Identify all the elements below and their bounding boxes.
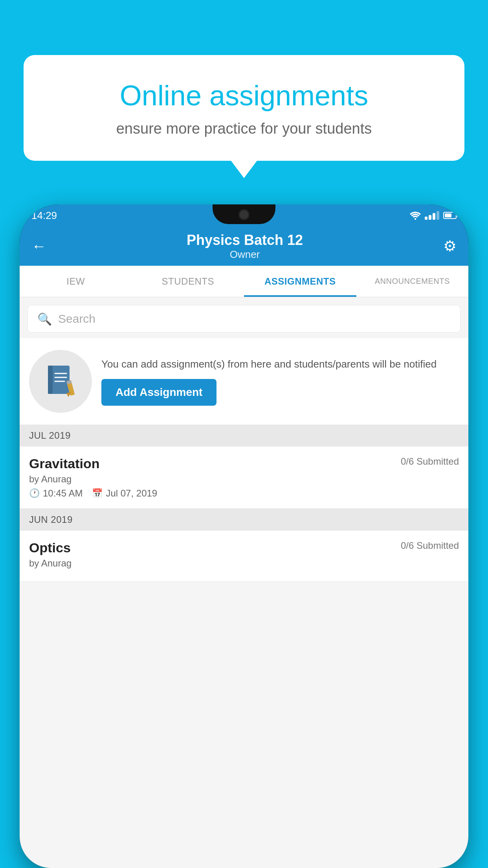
front-camera <box>238 209 250 220</box>
assignment-optics[interactable]: Optics 0/6 Submitted by Anurag <box>20 531 468 582</box>
status-icons <box>410 211 457 220</box>
speech-bubble-container: Online assignments ensure more practice … <box>24 55 464 161</box>
assignment-author-optics: by Anurag <box>29 558 459 569</box>
settings-icon[interactable]: ⚙ <box>443 237 457 255</box>
battery-fill <box>445 213 451 217</box>
add-assignment-button[interactable]: Add Assignment <box>101 379 216 406</box>
assignment-header-row: Gravitation 0/6 Submitted <box>29 456 459 471</box>
search-placeholder: Search <box>58 312 95 326</box>
assignment-date: 📅 Jul 07, 2019 <box>92 488 157 499</box>
screen-content: 🔍 Search Yo <box>20 297 468 868</box>
assignment-title: Gravitation <box>29 456 99 471</box>
search-bar[interactable]: 🔍 Search <box>28 305 460 333</box>
speech-bubble-subtitle: ensure more practice for your students <box>55 120 433 137</box>
phone-frame: 14:29 ← Physics Batch <box>20 204 468 868</box>
assignment-title-optics: Optics <box>29 540 71 555</box>
assignment-time: 🕐 10:45 AM <box>29 488 83 499</box>
promo-section: You can add assignment(s) from here and … <box>20 338 468 425</box>
signal-icon <box>425 211 439 220</box>
promo-icon-circle <box>29 350 92 413</box>
promo-description: You can add assignment(s) from here and … <box>101 357 459 371</box>
app-header: ← Physics Batch 12 Owner ⚙ <box>20 226 468 266</box>
header-title-container: Physics Batch 12 Owner <box>187 232 303 261</box>
assignment-author: by Anurag <box>29 474 459 485</box>
back-button[interactable]: ← <box>31 238 46 255</box>
assignment-submitted: 0/6 Submitted <box>401 456 459 467</box>
section-jul-2019: JUL 2019 <box>20 425 468 447</box>
header-title: Physics Batch 12 <box>187 232 303 248</box>
tab-students[interactable]: STUDENTS <box>132 266 244 297</box>
notebook-icon <box>45 364 76 399</box>
svg-point-0 <box>415 218 416 220</box>
header-subtitle: Owner <box>187 248 303 261</box>
section-jun-2019: JUN 2019 <box>20 509 468 531</box>
clock-icon: 🕐 <box>29 488 40 498</box>
speech-bubble: Online assignments ensure more practice … <box>24 55 464 161</box>
assignment-header-row-optics: Optics 0/6 Submitted <box>29 540 459 555</box>
tab-view[interactable]: IEW <box>20 266 132 297</box>
search-icon: 🔍 <box>37 312 52 326</box>
calendar-icon: 📅 <box>92 488 103 498</box>
tab-announcements[interactable]: ANNOUNCEMENTS <box>356 266 469 297</box>
tab-assignments[interactable]: ASSIGNMENTS <box>244 266 356 297</box>
status-time: 14:29 <box>31 210 57 222</box>
svg-rect-2 <box>48 366 53 394</box>
tabs-bar: IEW STUDENTS ASSIGNMENTS ANNOUNCEMENTS <box>20 266 468 297</box>
assignment-gravitation[interactable]: Gravitation 0/6 Submitted by Anurag 🕐 10… <box>20 447 468 509</box>
assignment-meta: 🕐 10:45 AM 📅 Jul 07, 2019 <box>29 488 459 499</box>
promo-text-container: You can add assignment(s) from here and … <box>101 357 459 406</box>
phone-notch <box>213 204 275 224</box>
assignment-submitted-optics: 0/6 Submitted <box>401 540 459 551</box>
battery-icon <box>443 212 457 219</box>
wifi-icon <box>410 211 421 220</box>
speech-bubble-title: Online assignments <box>55 79 433 112</box>
